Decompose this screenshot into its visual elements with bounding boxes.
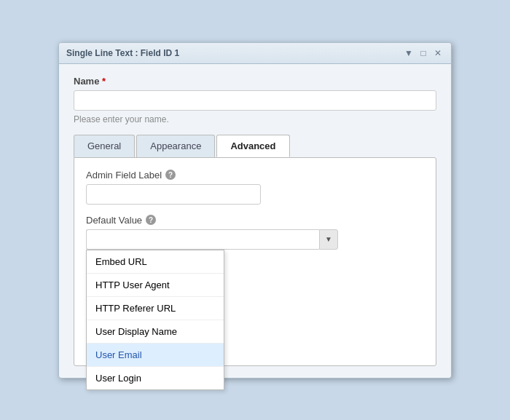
dialog-body: Name * Please enter your name. General A… — [59, 64, 451, 378]
duplicate-icon[interactable]: □ — [417, 47, 429, 59]
dropdown-popup-inner: Embed URL HTTP User Agent HTTP Referer U… — [87, 250, 224, 389]
dropdown-item-user-display-name[interactable]: User Display Name — [87, 320, 224, 344]
dialog-title: Single Line Text : Field ID 1 — [66, 48, 403, 58]
dropdown-item-http-referer-url[interactable]: HTTP Referer URL — [87, 297, 224, 320]
dropdown-item-user-email[interactable]: User Email — [87, 344, 224, 367]
required-indicator: * — [102, 76, 106, 87]
dropdown-item-http-user-agent[interactable]: HTTP User Agent — [87, 274, 224, 297]
tab-appearance[interactable]: Appearance — [136, 135, 215, 157]
tab-general[interactable]: General — [74, 135, 135, 157]
titlebar-icons: ▼ □ ✕ — [403, 47, 444, 59]
close-icon[interactable]: ✕ — [432, 47, 444, 59]
dropdown-item-embed-url[interactable]: Embed URL — [87, 250, 224, 274]
admin-field-help-icon[interactable]: ? — [165, 170, 176, 180]
tab-content-advanced: Admin Field Label ? Default Value ? ▼ — [74, 157, 436, 366]
dropdown-popup: Embed URL HTTP User Agent HTTP Referer U… — [86, 250, 224, 390]
tabs: General Appearance Advanced — [74, 135, 436, 157]
default-value-dropdown-toggle[interactable]: ▼ — [319, 229, 338, 250]
name-field-row: Name * Please enter your name. — [74, 76, 436, 124]
default-value-row: Default Value ? ▼ Embed URL HTTP User Ag… — [86, 215, 424, 250]
dialog-titlebar: Single Line Text : Field ID 1 ▼ □ ✕ — [59, 43, 451, 64]
default-value-label: Default Value ? — [86, 215, 424, 226]
dialog: Single Line Text : Field ID 1 ▼ □ ✕ Name… — [58, 42, 452, 379]
name-label: Name * — [74, 76, 436, 87]
admin-field-label-row: Admin Field Label ? — [86, 170, 424, 205]
helper-text: Please enter your name. — [74, 114, 436, 124]
default-value-input-row: ▼ — [86, 229, 424, 250]
default-value-container: ▼ Embed URL HTTP User Agent HTTP Referer… — [86, 229, 424, 250]
admin-field-label: Admin Field Label ? — [86, 170, 424, 181]
admin-field-input[interactable] — [86, 184, 261, 205]
name-input[interactable] — [74, 90, 436, 111]
default-value-help-icon[interactable]: ? — [146, 215, 156, 225]
dropdown-item-user-login[interactable]: User Login — [87, 367, 224, 389]
tab-advanced[interactable]: Advanced — [216, 135, 289, 157]
default-value-input[interactable] — [86, 229, 319, 250]
dropdown-popup-wrapper: Embed URL HTTP User Agent HTTP Referer U… — [86, 250, 95, 270]
minimize-icon[interactable]: ▼ — [403, 47, 415, 59]
